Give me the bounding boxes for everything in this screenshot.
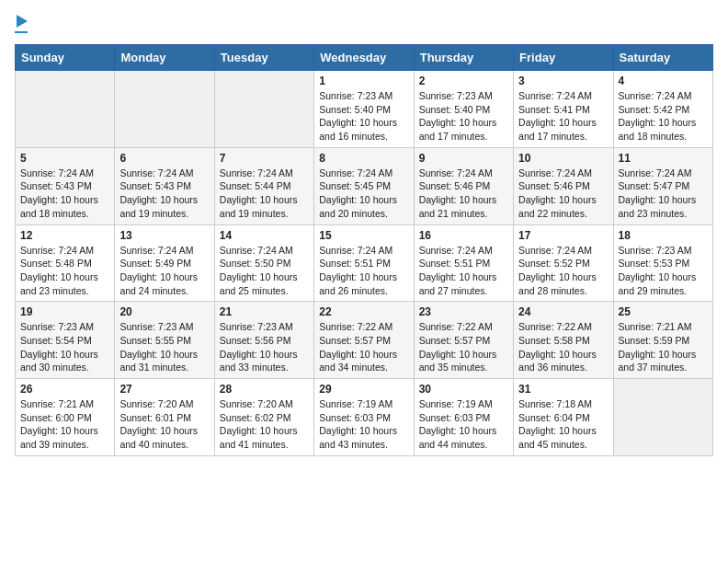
day-info: Sunrise: 7:22 AM xyxy=(518,320,608,334)
calendar-cell: 14Sunrise: 7:24 AMSunset: 5:50 PMDayligh… xyxy=(214,224,313,302)
calendar-cell: 1Sunrise: 7:23 AMSunset: 5:40 PMDaylight… xyxy=(314,71,414,148)
calendar-week-row: 26Sunrise: 7:21 AMSunset: 6:00 PMDayligh… xyxy=(16,379,713,456)
calendar-cell: 12Sunrise: 7:24 AMSunset: 5:48 PMDayligh… xyxy=(16,224,115,302)
day-info: Sunset: 5:49 PM xyxy=(119,257,209,270)
day-info: Sunrise: 7:24 AM xyxy=(419,167,508,180)
day-number: 10 xyxy=(518,152,608,165)
day-info: Sunset: 5:51 PM xyxy=(319,257,408,270)
day-info: Sunrise: 7:19 AM xyxy=(319,397,408,411)
day-info: Daylight: 10 hours and 28 minutes. xyxy=(518,270,608,297)
day-number: 15 xyxy=(319,229,408,242)
calendar-cell: 19Sunrise: 7:23 AMSunset: 5:54 PMDayligh… xyxy=(16,302,115,379)
day-number: 24 xyxy=(518,305,608,318)
day-info: Daylight: 10 hours and 21 minutes. xyxy=(419,193,508,220)
calendar-cell: 17Sunrise: 7:24 AMSunset: 5:52 PMDayligh… xyxy=(514,224,613,302)
day-info: Sunrise: 7:22 AM xyxy=(419,320,508,334)
calendar-cell: 13Sunrise: 7:24 AMSunset: 5:49 PMDayligh… xyxy=(115,224,214,302)
day-info: Daylight: 10 hours and 40 minutes. xyxy=(119,424,209,451)
calendar-cell: 26Sunrise: 7:21 AMSunset: 6:00 PMDayligh… xyxy=(16,379,115,456)
day-info: Sunrise: 7:21 AM xyxy=(20,397,109,411)
day-info: Daylight: 10 hours and 19 minutes. xyxy=(220,193,309,220)
day-info: Daylight: 10 hours and 29 minutes. xyxy=(619,270,708,297)
day-info: Sunset: 5:58 PM xyxy=(518,334,608,348)
day-info: Sunset: 6:03 PM xyxy=(419,411,508,425)
calendar-cell xyxy=(115,71,214,148)
day-of-week-header: Thursday xyxy=(414,45,513,71)
day-number: 19 xyxy=(20,305,109,318)
day-info: Sunrise: 7:22 AM xyxy=(319,320,408,334)
day-of-week-header: Monday xyxy=(115,45,214,71)
day-number: 11 xyxy=(619,152,708,165)
day-info: Daylight: 10 hours and 19 minutes. xyxy=(119,193,209,220)
day-info: Sunset: 6:04 PM xyxy=(518,411,608,425)
calendar-cell: 2Sunrise: 7:23 AMSunset: 5:40 PMDaylight… xyxy=(414,71,513,148)
day-info: Sunset: 5:47 PM xyxy=(619,179,708,193)
day-number: 29 xyxy=(319,383,408,396)
day-info: Sunset: 5:44 PM xyxy=(220,179,309,193)
day-info: Sunset: 5:41 PM xyxy=(518,103,608,117)
day-number: 18 xyxy=(619,229,708,242)
calendar-cell xyxy=(16,71,115,148)
day-info: Sunset: 5:43 PM xyxy=(119,179,209,193)
day-number: 16 xyxy=(419,229,508,242)
calendar-cell: 3Sunrise: 7:24 AMSunset: 5:41 PMDaylight… xyxy=(514,71,613,148)
day-info: Daylight: 10 hours and 44 minutes. xyxy=(419,424,508,451)
day-info: Sunset: 5:40 PM xyxy=(319,103,408,117)
day-number: 9 xyxy=(419,152,508,165)
day-of-week-header: Sunday xyxy=(16,45,115,71)
logo xyxy=(15,15,28,33)
day-info: Daylight: 10 hours and 45 minutes. xyxy=(518,424,608,451)
day-info: Sunset: 5:42 PM xyxy=(619,103,708,117)
day-info: Daylight: 10 hours and 33 minutes. xyxy=(220,348,309,374)
calendar-cell: 9Sunrise: 7:24 AMSunset: 5:46 PMDaylight… xyxy=(414,147,513,224)
day-info: Daylight: 10 hours and 37 minutes. xyxy=(619,348,708,374)
day-info: Sunrise: 7:19 AM xyxy=(419,397,508,411)
day-info: Sunset: 5:54 PM xyxy=(20,334,109,348)
day-info: Daylight: 10 hours and 35 minutes. xyxy=(419,348,508,374)
day-info: Sunrise: 7:24 AM xyxy=(119,244,209,258)
day-info: Sunrise: 7:24 AM xyxy=(419,244,508,258)
calendar-cell: 7Sunrise: 7:24 AMSunset: 5:44 PMDaylight… xyxy=(214,147,313,224)
calendar-cell: 28Sunrise: 7:20 AMSunset: 6:02 PMDayligh… xyxy=(214,379,313,456)
day-number: 6 xyxy=(119,152,209,165)
day-number: 20 xyxy=(119,305,209,318)
day-number: 27 xyxy=(119,383,209,396)
day-info: Daylight: 10 hours and 18 minutes. xyxy=(20,193,109,220)
day-number: 4 xyxy=(619,75,708,87)
day-info: Daylight: 10 hours and 30 minutes. xyxy=(20,348,109,374)
day-info: Daylight: 10 hours and 17 minutes. xyxy=(518,116,608,143)
day-number: 23 xyxy=(419,305,508,318)
calendar-header-row: SundayMondayTuesdayWednesdayThursdayFrid… xyxy=(16,45,713,71)
day-number: 17 xyxy=(518,229,608,242)
calendar-cell: 20Sunrise: 7:23 AMSunset: 5:55 PMDayligh… xyxy=(115,302,214,379)
day-number: 21 xyxy=(220,305,309,318)
day-info: Sunset: 5:57 PM xyxy=(319,334,408,348)
day-number: 31 xyxy=(518,383,608,396)
logo-underline xyxy=(15,31,28,33)
day-info: Daylight: 10 hours and 17 minutes. xyxy=(419,116,508,143)
day-info: Sunset: 5:53 PM xyxy=(619,257,708,270)
calendar-cell: 21Sunrise: 7:23 AMSunset: 5:56 PMDayligh… xyxy=(214,302,313,379)
day-info: Daylight: 10 hours and 23 minutes. xyxy=(619,193,708,220)
day-info: Sunset: 6:03 PM xyxy=(319,411,408,425)
calendar-cell: 8Sunrise: 7:24 AMSunset: 5:45 PMDaylight… xyxy=(314,147,414,224)
calendar-cell: 31Sunrise: 7:18 AMSunset: 6:04 PMDayligh… xyxy=(514,379,613,456)
day-info: Daylight: 10 hours and 20 minutes. xyxy=(319,193,408,220)
calendar-cell xyxy=(613,379,712,456)
day-number: 30 xyxy=(419,383,508,396)
day-info: Daylight: 10 hours and 36 minutes. xyxy=(518,348,608,374)
calendar-cell: 4Sunrise: 7:24 AMSunset: 5:42 PMDaylight… xyxy=(613,71,712,148)
day-info: Sunset: 6:01 PM xyxy=(119,411,209,425)
calendar-cell: 18Sunrise: 7:23 AMSunset: 5:53 PMDayligh… xyxy=(613,224,712,302)
day-info: Sunrise: 7:23 AM xyxy=(220,320,309,334)
calendar-week-row: 19Sunrise: 7:23 AMSunset: 5:54 PMDayligh… xyxy=(16,302,713,379)
day-info: Sunrise: 7:21 AM xyxy=(619,320,708,334)
day-info: Sunset: 6:00 PM xyxy=(20,411,109,425)
day-number: 14 xyxy=(220,229,309,242)
calendar-week-row: 12Sunrise: 7:24 AMSunset: 5:48 PMDayligh… xyxy=(16,224,713,302)
day-info: Daylight: 10 hours and 24 minutes. xyxy=(119,270,209,297)
day-info: Sunrise: 7:18 AM xyxy=(518,397,608,411)
page-header xyxy=(15,15,713,33)
day-info: Daylight: 10 hours and 41 minutes. xyxy=(220,424,309,451)
calendar-cell xyxy=(214,71,313,148)
